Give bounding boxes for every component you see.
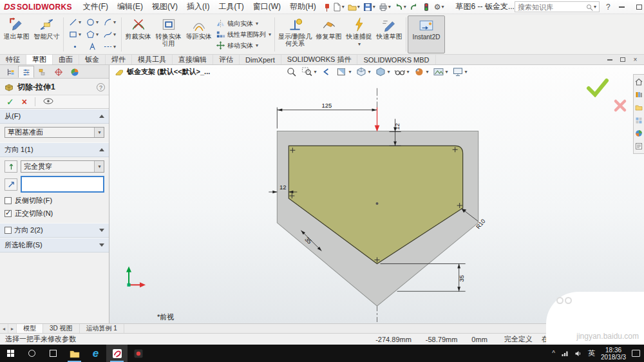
tab-scroll-right-button[interactable]: ▸ (8, 324, 17, 333)
file-explorer-icon[interactable] (635, 104, 643, 111)
new-document-button[interactable]: ▾ (331, 1, 346, 13)
resources-home-icon[interactable] (635, 78, 643, 86)
action-center-icon[interactable] (632, 350, 640, 357)
dropdown-icon[interactable]: ▾ (314, 69, 316, 75)
sketch-circle-tool[interactable]: ▾ (84, 16, 101, 28)
dimension-width[interactable]: 125 (277, 102, 379, 132)
instant2d-button[interactable]: Instant2D (408, 15, 445, 53)
custom-properties-icon[interactable] (635, 142, 643, 150)
help-button[interactable]: ? (606, 3, 611, 12)
doc-minimize-button[interactable] (604, 56, 615, 64)
maximize-button[interactable] (630, 0, 644, 14)
menu-help[interactable]: 帮助(H) (285, 0, 321, 14)
dropdown-icon[interactable]: ▾ (256, 21, 258, 26)
zoom-area-button[interactable]: ▾ (301, 67, 316, 77)
reverse-direction-button[interactable] (5, 160, 17, 173)
menu-window[interactable]: 窗口(W) (249, 0, 285, 14)
cortana-search-button[interactable] (21, 345, 43, 362)
move-entities-button[interactable]: 移动实体 ▾ (216, 41, 271, 50)
dropdown-icon[interactable]: ▾ (256, 43, 258, 48)
solidworks-taskbar-button[interactable] (106, 345, 128, 362)
tab-features[interactable]: 特征 (0, 55, 26, 64)
convert-entities-button[interactable]: 转换实体引用 (153, 15, 184, 53)
section-view-button[interactable]: ▾ (336, 67, 351, 77)
from-plane-select[interactable]: 草图基准面 ▾ (5, 127, 104, 138)
sketch-line-tool[interactable]: ▾ (66, 16, 84, 28)
dimxpert-manager-tab[interactable] (50, 66, 66, 78)
dropdown-icon[interactable]: ▾ (79, 19, 81, 25)
menu-view[interactable]: 视图(V) (147, 0, 182, 14)
display-manager-tab[interactable] (66, 66, 82, 78)
direction-reference-button[interactable] (5, 178, 17, 191)
quick-snaps-button[interactable]: 快速捕捉 ▾ (344, 15, 374, 53)
redo-button[interactable] (408, 1, 420, 13)
dropdown-icon[interactable]: ▾ (387, 69, 390, 75)
apply-scene-button[interactable]: ▾ (433, 67, 448, 77)
tab-dimxpert[interactable]: DimXpert (240, 55, 281, 64)
options-button[interactable]: ⚙ ▾ (433, 1, 446, 13)
open-document-button[interactable]: ▾ (346, 1, 361, 13)
tab-solidworks-mbd[interactable]: SOLIDWORKS MBD (357, 55, 435, 64)
sketch-rectangle-tool[interactable]: ▾ (66, 28, 84, 41)
display-style-button[interactable]: ▾ (375, 67, 390, 77)
doc-close-button[interactable]: × (630, 56, 641, 64)
flip-side-to-cut-checkbox[interactable]: 反侧切除(F) (5, 196, 104, 205)
configuration-manager-tab[interactable] (34, 66, 50, 78)
menu-tools[interactable]: 工具(T) (214, 0, 248, 14)
dropdown-icon[interactable]: ▾ (407, 69, 410, 75)
dropdown-icon[interactable]: ▾ (358, 41, 361, 48)
search-box[interactable]: ▾ (515, 1, 600, 12)
dropdown-icon[interactable]: ▾ (442, 4, 444, 10)
motion-study-tab[interactable]: 运动算例 1 (80, 324, 124, 333)
view-orientation-button[interactable]: ▾ (355, 67, 370, 77)
tab-sketch[interactable]: 草图 (26, 55, 53, 64)
exit-sketch-button[interactable]: 退出草图 (1, 15, 32, 53)
hidden-icons-button[interactable]: ^ (552, 350, 555, 357)
dropdown-icon[interactable]: ▾ (404, 4, 406, 10)
direction-reference-input[interactable] (21, 176, 104, 193)
sketch-center-point[interactable] (375, 202, 378, 205)
section-selected-contours-header[interactable]: 所选轮廓(S) (0, 238, 109, 252)
pm-help-button[interactable]: ? (97, 83, 105, 91)
display-delete-relations-button[interactable]: 显示/删除几何关系 (276, 15, 314, 53)
mirror-entities-button[interactable]: 镜向实体 ▾ (216, 19, 271, 28)
previous-view-button[interactable] (321, 67, 332, 77)
dropdown-icon[interactable]: ▾ (368, 69, 370, 75)
pm-ok-button[interactable]: ✓ (6, 97, 14, 107)
dropdown-icon[interactable]: ▾ (79, 32, 81, 37)
task-view-button[interactable] (43, 345, 64, 362)
chevron-down-icon[interactable]: ▾ (94, 161, 104, 172)
dropdown-icon[interactable]: ▾ (113, 32, 116, 37)
menu-edit[interactable]: 编辑(E) (113, 0, 147, 14)
pm-cancel-button[interactable]: × (22, 97, 27, 107)
dropdown-icon[interactable]: ▾ (388, 4, 391, 10)
dropdown-icon[interactable]: ▾ (446, 69, 448, 75)
smart-dimension-button[interactable]: 智能尺寸 (32, 15, 62, 53)
tab-direct-editing[interactable]: 直接编辑 (173, 55, 213, 64)
sketch-point-tool[interactable] (66, 41, 84, 53)
file-explorer-button[interactable] (64, 345, 85, 362)
dropdown-icon[interactable]: ▾ (342, 4, 345, 10)
volume-icon[interactable] (574, 350, 582, 357)
3d-views-tab[interactable]: 3D 视图 (43, 324, 80, 333)
tab-sheet-metal[interactable]: 钣金 (79, 55, 106, 64)
dropdown-icon[interactable]: ▾ (113, 19, 116, 25)
search-icon[interactable] (587, 5, 591, 9)
chevron-down-icon[interactable]: ▾ (94, 128, 104, 137)
dropdown-icon[interactable]: ▾ (373, 4, 375, 10)
sketch-arc-tool[interactable]: ▾ (101, 16, 118, 28)
screenshot-app-button[interactable] (128, 345, 149, 362)
model-tab[interactable]: 模型 (17, 324, 43, 333)
minimize-button[interactable] (613, 0, 630, 14)
zoom-fit-button[interactable] (286, 67, 297, 77)
tab-weldments[interactable]: 焊件 (106, 55, 132, 64)
sketch-text-tool[interactable] (84, 41, 101, 53)
menu-insert[interactable]: 插入(I) (182, 0, 214, 14)
sketch-polygon-tool[interactable]: ▾ (84, 28, 101, 41)
save-button[interactable]: ▾ (362, 1, 377, 13)
dropdown-icon[interactable]: ▾ (269, 32, 271, 37)
view-settings-button[interactable]: ▾ (453, 67, 468, 77)
edge-browser-button[interactable]: e (85, 345, 106, 362)
start-button[interactable] (0, 345, 21, 362)
direction2-checkbox[interactable] (5, 227, 12, 234)
